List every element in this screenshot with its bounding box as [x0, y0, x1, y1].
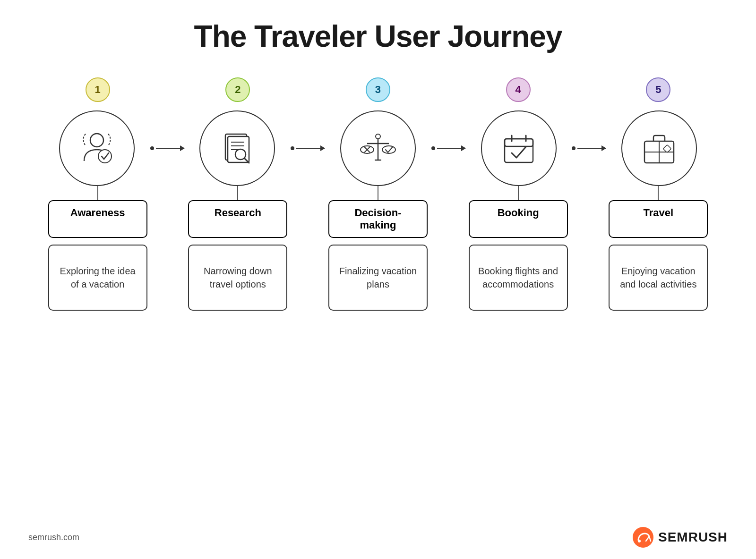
svg-point-0 [90, 134, 103, 147]
svg-point-26 [638, 540, 641, 542]
person-check-icon [76, 127, 118, 169]
step-badge-1: 1 [86, 77, 110, 102]
svg-point-1 [98, 150, 112, 163]
connector-5 [609, 186, 708, 200]
step-1: 1 [48, 77, 147, 107]
arrow-1-2 [146, 146, 188, 150]
desc-col-5: Enjoying vacation and local activities [609, 245, 708, 311]
footer: semrush.com SEMRUSH [28, 527, 728, 548]
step-badge-5: 5 [646, 77, 670, 102]
semrush-brand-icon [633, 527, 653, 548]
step-2-badge: 2 [188, 77, 287, 107]
semrush-logo: SEMRUSH [633, 527, 728, 548]
label-col-5: Travel [609, 200, 708, 238]
icon-col-1 [47, 110, 146, 186]
icon-circle-5 [621, 110, 697, 186]
icon-circle-1 [59, 110, 135, 186]
label-col-2: Research [188, 200, 287, 238]
desc-box-1: Exploring the idea of a vacation [48, 245, 147, 311]
desc-col-3: Finalizing vacation plans [328, 245, 428, 311]
label-col-4: Booking [469, 200, 568, 238]
icon-col-2 [188, 110, 287, 186]
step-4-badge: 4 [469, 77, 568, 107]
page-title: The Traveler User Journey [194, 19, 562, 54]
connector-4 [469, 186, 568, 200]
svg-rect-24 [663, 145, 671, 153]
desc-col-4: Booking flights and accommodations [469, 245, 568, 311]
label-box-1: Awareness [48, 200, 147, 238]
desc-col-1: Exploring the idea of a vacation [48, 245, 147, 311]
svg-point-16 [376, 134, 380, 139]
icon-col-4 [469, 110, 568, 186]
label-col-1: Awareness [48, 200, 147, 238]
connector-2 [188, 186, 287, 200]
svg-rect-17 [505, 139, 533, 162]
icon-circle-3 [340, 110, 416, 186]
page-container: The Traveler User Journey 1 2 3 [0, 0, 756, 559]
semrush-brand-text: SEMRUSH [658, 530, 728, 545]
svg-point-14 [382, 146, 395, 153]
svg-point-25 [633, 527, 653, 548]
icon-circle-2 [199, 110, 275, 186]
balance-scale-icon [357, 127, 399, 169]
arrow-3-4 [428, 146, 469, 150]
icon-col-5 [610, 110, 709, 186]
desc-box-3: Finalizing vacation plans [328, 245, 428, 311]
connector-1 [48, 186, 147, 200]
connector-3 [328, 186, 428, 200]
label-col-3: Decision-making [328, 200, 428, 238]
desc-box-2: Narrowing down travel options [188, 245, 287, 311]
search-docs-icon [216, 127, 258, 169]
step-badge-2: 2 [225, 77, 250, 102]
suitcase-icon [638, 127, 680, 169]
calendar-check-icon [498, 127, 540, 169]
arrow-2-3 [287, 146, 328, 150]
step-badge-3: 3 [366, 77, 390, 102]
desc-col-2: Narrowing down travel options [188, 245, 287, 311]
desc-box-4: Booking flights and accommodations [469, 245, 568, 311]
svg-rect-18 [505, 139, 533, 146]
desc-box-5: Enjoying vacation and local activities [609, 245, 708, 311]
icon-col-3 [328, 110, 428, 186]
label-box-4: Booking [469, 200, 568, 238]
journey-wrapper: 1 2 3 4 [28, 77, 728, 550]
footer-url: semrush.com [28, 533, 79, 542]
step-badge-4: 4 [506, 77, 531, 102]
label-box-5: Travel [609, 200, 708, 238]
label-box-3: Decision-making [328, 200, 428, 238]
step-5-badge: 5 [609, 77, 708, 107]
step-3-badge: 3 [328, 77, 428, 107]
icon-circle-4 [481, 110, 557, 186]
label-box-2: Research [188, 200, 287, 238]
arrow-4-5 [568, 146, 610, 150]
